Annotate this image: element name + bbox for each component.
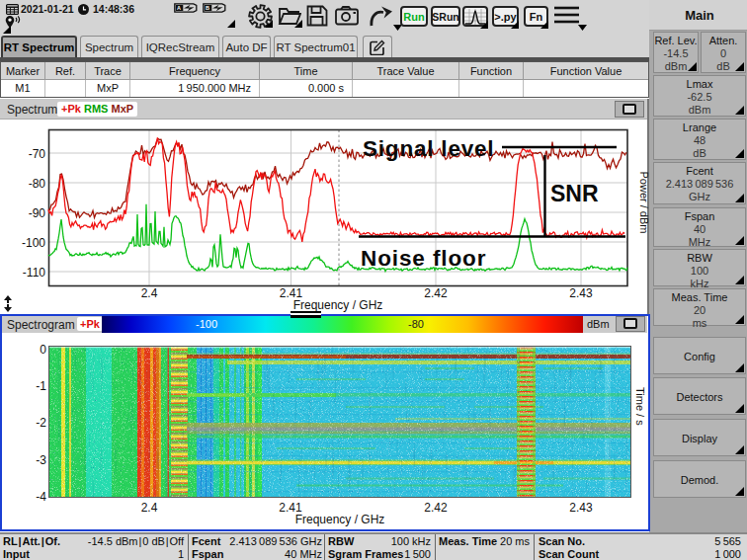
svg-text:-70: -70 [29, 147, 46, 161]
svg-text:A: A [177, 5, 181, 11]
svg-text:2.42: 2.42 [424, 286, 448, 300]
svg-text:Frequency / GHz: Frequency / GHz [293, 298, 383, 312]
svg-text:Noise floor: Noise floor [361, 246, 486, 271]
svg-text:2.4: 2.4 [141, 286, 158, 300]
svg-text:Power / dBm: Power / dBm [638, 172, 649, 234]
svg-text:-90: -90 [29, 206, 46, 220]
svg-text:Signal level: Signal level [363, 136, 494, 161]
svg-text:-100: -100 [22, 236, 45, 250]
svg-text:-110: -110 [23, 266, 45, 280]
svg-text:B: B [206, 5, 209, 11]
svg-text:-80: -80 [29, 177, 46, 191]
svg-text:SNR: SNR [550, 181, 599, 206]
svg-text:2.43: 2.43 [569, 286, 593, 300]
